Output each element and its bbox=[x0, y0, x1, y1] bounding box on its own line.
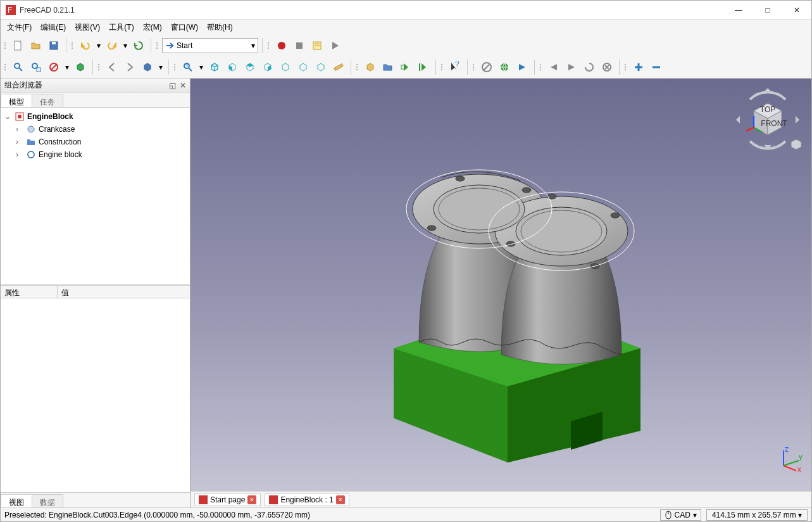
redo-dropdown[interactable]: ▾ bbox=[122, 37, 129, 54]
macro-stop-button[interactable] bbox=[291, 37, 308, 54]
link-dropdown[interactable]: ▾ bbox=[157, 59, 165, 75]
tree-item[interactable]: › Engine block bbox=[2, 148, 189, 161]
menu-edit[interactable]: 编辑(E) bbox=[37, 20, 70, 35]
nav-prev-button[interactable] bbox=[546, 59, 562, 75]
undo-dropdown[interactable]: ▾ bbox=[95, 37, 103, 54]
menu-macro[interactable]: 宏(M) bbox=[139, 20, 166, 35]
menu-file[interactable]: 文件(F) bbox=[3, 20, 35, 35]
measure-button[interactable] bbox=[330, 59, 347, 75]
bounding-box-button[interactable] bbox=[72, 59, 89, 75]
left-view-button[interactable] bbox=[313, 59, 329, 75]
front-view-button[interactable] bbox=[224, 59, 240, 75]
open-file-button[interactable] bbox=[28, 37, 44, 54]
chevron-down-icon: ▾ bbox=[693, 511, 697, 519]
whats-this-button[interactable]: ? bbox=[447, 59, 463, 75]
menu-tools[interactable]: 工具(T) bbox=[105, 20, 137, 35]
toolbar-grip[interactable] bbox=[97, 59, 101, 75]
fit-all-button[interactable] bbox=[10, 59, 27, 75]
viewport: TOP FRONT z y x Start pag bbox=[191, 79, 811, 507]
doc-tab-active[interactable]: EngineBlock : 1 ✕ bbox=[265, 493, 349, 506]
make-sublink-button[interactable] bbox=[380, 59, 396, 75]
menu-window[interactable]: 窗口(W) bbox=[167, 20, 202, 35]
close-button[interactable]: ✕ bbox=[782, 1, 811, 19]
nav-stop-button[interactable] bbox=[599, 59, 615, 75]
expand-icon[interactable]: › bbox=[16, 150, 23, 159]
isometric-button[interactable] bbox=[206, 59, 223, 75]
web-back-button[interactable] bbox=[478, 59, 495, 75]
toolbar-grip[interactable] bbox=[539, 59, 543, 75]
toolbar-grip[interactable] bbox=[440, 59, 444, 75]
svg-line-23 bbox=[484, 64, 490, 70]
draw-style-button[interactable] bbox=[46, 59, 62, 75]
expand-icon[interactable]: › bbox=[16, 125, 23, 134]
toolbar-grip[interactable] bbox=[472, 59, 476, 75]
redo-button[interactable] bbox=[104, 37, 120, 54]
right-view-button[interactable] bbox=[259, 59, 276, 75]
nav-forward-button[interactable] bbox=[122, 59, 138, 75]
svg-text:FRONT: FRONT bbox=[761, 119, 787, 128]
svg-text:TOP: TOP bbox=[760, 105, 775, 114]
bottom-view-button[interactable] bbox=[295, 59, 311, 75]
toolbar-grip[interactable] bbox=[623, 59, 628, 75]
nav-refresh-button[interactable] bbox=[581, 59, 597, 75]
undo-button[interactable] bbox=[77, 37, 94, 54]
link-unlink-button[interactable] bbox=[415, 59, 432, 75]
nav-back-button[interactable] bbox=[104, 59, 120, 75]
workbench-selector[interactable]: Start ▾ bbox=[162, 38, 258, 53]
panel-float-button[interactable]: ◱ bbox=[169, 81, 176, 90]
macro-list-button[interactable] bbox=[309, 37, 325, 54]
zoom-minus-button[interactable] bbox=[648, 59, 665, 75]
toolbar-grip[interactable] bbox=[173, 59, 177, 75]
zoom-dropdown[interactable]: ▾ bbox=[197, 59, 205, 75]
make-link-button[interactable] bbox=[362, 59, 378, 75]
top-view-button[interactable] bbox=[242, 59, 258, 75]
link-replace-button[interactable] bbox=[397, 59, 414, 75]
close-tab-icon[interactable]: ✕ bbox=[336, 495, 345, 504]
rear-view-button[interactable] bbox=[277, 59, 294, 75]
minimize-button[interactable]: ― bbox=[724, 1, 753, 19]
3d-canvas[interactable]: TOP FRONT z y x bbox=[191, 79, 811, 491]
zoom-in-button[interactable]: + bbox=[180, 59, 196, 75]
macro-play-button[interactable] bbox=[327, 37, 343, 54]
tab-data[interactable]: 数据 bbox=[32, 494, 63, 507]
web-forward-button[interactable] bbox=[514, 59, 530, 75]
toolbar-grip[interactable] bbox=[3, 59, 8, 75]
panel-close-button[interactable]: ✕ bbox=[180, 81, 186, 90]
svg-rect-4 bbox=[52, 42, 56, 44]
app-logo-icon: F bbox=[6, 5, 16, 15]
toolbar-grip[interactable] bbox=[266, 37, 271, 54]
zoom-plus-button[interactable] bbox=[630, 59, 647, 75]
nav-mode-selector[interactable]: CAD ▾ bbox=[660, 509, 701, 521]
tab-model[interactable]: 模型 bbox=[1, 94, 32, 107]
save-file-button[interactable] bbox=[46, 37, 62, 54]
toolbar-grip[interactable] bbox=[355, 59, 359, 75]
link-select-button[interactable] bbox=[139, 59, 156, 75]
refresh-button[interactable] bbox=[130, 37, 147, 54]
nav-next-button[interactable] bbox=[563, 59, 580, 75]
maximize-button[interactable]: □ bbox=[753, 1, 782, 19]
toolbar-grip[interactable] bbox=[3, 37, 8, 54]
tab-task[interactable]: 任务 bbox=[32, 94, 63, 107]
macro-record-button[interactable] bbox=[273, 37, 290, 54]
model-tree[interactable]: ⌄ EngineBlock › Crankcase › Construction… bbox=[1, 108, 190, 285]
tree-item[interactable]: › Crankcase bbox=[2, 123, 189, 136]
tree-root[interactable]: ⌄ EngineBlock bbox=[2, 110, 189, 123]
fit-selection-button[interactable] bbox=[28, 59, 44, 75]
status-dimensions[interactable]: 414.15 mm x 265.57 mm ▾ bbox=[706, 509, 808, 521]
tree-item[interactable]: › Construction bbox=[2, 136, 189, 148]
menu-help[interactable]: 帮助(H) bbox=[203, 20, 237, 35]
close-tab-icon[interactable]: ✕ bbox=[247, 495, 256, 504]
menu-view[interactable]: 视图(V) bbox=[71, 20, 104, 35]
toolbar-grip[interactable] bbox=[70, 37, 75, 54]
tab-view[interactable]: 视图 bbox=[1, 494, 32, 507]
doc-tab-start[interactable]: Start page ✕ bbox=[194, 493, 261, 506]
expand-icon[interactable]: ⌄ bbox=[4, 112, 12, 121]
doc-tab-label: EngineBlock : 1 bbox=[280, 495, 333, 504]
mouse-icon bbox=[665, 511, 672, 519]
new-file-button[interactable] bbox=[10, 37, 27, 54]
expand-icon[interactable]: › bbox=[16, 137, 23, 146]
navigation-cube[interactable]: TOP FRONT bbox=[733, 84, 803, 153]
toolbar-grip[interactable] bbox=[155, 37, 159, 54]
web-home-button[interactable] bbox=[496, 59, 513, 75]
draw-style-dropdown[interactable]: ▾ bbox=[63, 59, 71, 75]
